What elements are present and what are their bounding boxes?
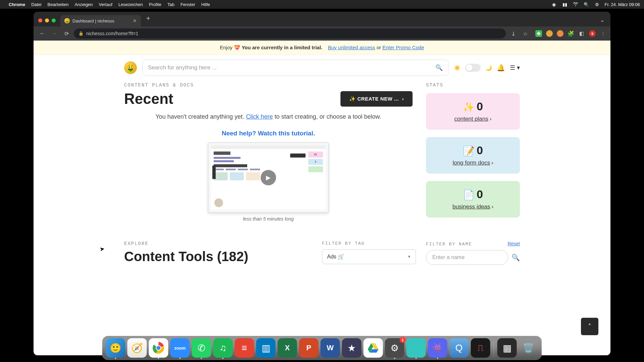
notifications-icon[interactable]: 🔔 [497,64,505,72]
url-bar: ← → ⟳ 🔒 nichesss.com/home?ft=1 ⤓ ☆ 🧩 ◧ s… [34,26,610,41]
explore-section: EXPLORE Content Tools (182) FILTER BY TA… [124,241,520,265]
extension-3-icon[interactable] [557,30,564,37]
recent-header: Recent ✨ CREATE NEW ... › [124,90,413,107]
site-logo[interactable]: 🤑 [124,61,137,74]
wifi-icon[interactable] [573,1,579,7]
menu-bearbeiten[interactable]: Bearbeiten [47,2,68,7]
play-icon: ▶ [261,170,276,185]
tag-value: Ads 🛒 [327,253,344,260]
tab-strip: 🤑 Dashboard | nichesss ✕ + ⌄ [34,12,610,26]
dock-word[interactable]: W [321,338,340,358]
back-button[interactable]: ← [38,29,47,38]
stat-value: 0 [477,144,483,157]
banner-bold: You are currently in a limited trial. [241,45,322,50]
banner-mid: or [377,45,383,50]
macos-dock: 🙂 🧭 zoom ✆ ♫ ≡ ▥ X P W ★ ⚙1 👾 Q ⎍ ▦ 🗑️ [102,336,542,360]
dock-whatsapp[interactable]: ✆ [192,338,211,358]
reset-link[interactable]: Reset [507,241,520,246]
tag-filter-select[interactable]: Ads 🛒 ▼ [322,249,416,264]
dock-recent-app[interactable]: ▦ [497,338,517,358]
extension-icons: 🧩 ◧ s ⋮ [535,30,606,37]
reload-button[interactable]: ⟳ [62,29,71,38]
tutorial-link[interactable]: Need help? Watch this tutorial. [124,130,413,137]
dock-discord[interactable]: 👾 [428,338,447,358]
side-panel-icon[interactable]: ◧ [578,30,585,37]
extensions-menu-icon[interactable]: 🧩 [568,30,574,37]
stat-card-long-form-docs[interactable]: 📝0 long form docs › [426,137,520,174]
browser-tab[interactable]: 🤑 Dashboard | nichesss ✕ [60,15,141,26]
tabs-dropdown-icon[interactable]: ⌄ [600,17,604,23]
control-center-icon[interactable]: ⚙ [594,1,600,7]
menu-anzeigen[interactable]: Anzeigen [74,2,93,7]
minimize-window-button[interactable] [45,18,49,22]
install-app-icon[interactable]: ⤓ [508,29,518,38]
scroll-to-top-button[interactable]: ˄ [581,318,598,335]
search-input[interactable]: Search for anything here ... 🔍 [142,60,448,76]
stat-value: 0 [477,100,483,113]
theme-toggle[interactable] [465,64,481,72]
profile-avatar[interactable]: s [589,30,596,37]
new-tab-button[interactable]: + [144,13,153,24]
chevron-right-icon: › [491,160,493,166]
menu-lesezeichen[interactable]: Lesezeichen [118,2,143,7]
main-grid: CONTENT PLANS & DOCS Recent ✨ CREATE NEW… [124,80,520,235]
maximize-window-button[interactable] [52,18,56,22]
search-icon[interactable]: 🔍 [435,64,443,71]
stat-card-content-plans[interactable]: ✨0 content plans › [426,93,520,130]
dock-spotify[interactable]: ♫ [213,338,233,358]
battery-icon[interactable]: ▮▮ [562,1,568,7]
create-new-button[interactable]: ✨ CREATE NEW ... › [340,91,413,107]
extension-2-icon[interactable] [546,30,553,37]
close-window-button[interactable] [38,18,42,22]
moon-icon: 🌙 [485,65,492,71]
dock-trello[interactable]: ▥ [256,338,276,358]
click-here-link[interactable]: Click here [246,113,273,120]
dock-excel[interactable]: X [278,338,297,358]
dock-imovie[interactable]: ★ [342,338,362,358]
menubar-datetime[interactable]: Fr. 24. März 09:06 [605,2,640,7]
dock-chrome[interactable] [149,338,168,358]
name-filter-input[interactable]: Enter a name [426,250,508,265]
dock-powerpoint[interactable]: P [299,338,319,358]
spotlight-icon[interactable]: 🔍 [583,1,589,7]
sparkles-icon: ✨ [463,102,475,112]
address-bar[interactable]: 🔒 nichesss.com/home?ft=1 [74,28,506,39]
caret-down-icon: ▼ [408,255,411,258]
explore-label: EXPLORE [124,241,312,246]
extension-1-icon[interactable] [535,30,542,37]
dock-settings[interactable]: ⚙1 [385,338,405,358]
dock-safari[interactable]: 🧭 [127,338,147,358]
dock-voice-memos[interactable]: ⎍ [471,338,490,358]
chrome-window: 🤑 Dashboard | nichesss ✕ + ⌄ ← → ⟳ 🔒 nic… [34,12,610,355]
dock-gdrive[interactable] [364,338,383,358]
dock-todoist[interactable]: ≡ [235,338,254,358]
menu-verlauf[interactable]: Verlauf [99,2,112,7]
filter-tag-label: FILTER BY TAG [322,241,416,246]
dock-trash[interactable]: 🗑️ [519,338,538,358]
menu-tab[interactable]: Tab [167,2,174,7]
menubar-app-name[interactable]: Chrome [9,2,25,7]
menu-icon[interactable]: ☰ ▾ [510,64,520,71]
tutorial-video-thumbnail[interactable]: 81 5 ▶ [208,142,329,213]
buy-access-link[interactable]: Buy unlimited access [328,45,375,50]
section-label: CONTENT PLANS & DOCS [124,82,413,88]
dock-zoom[interactable]: zoom [170,338,190,358]
menu-datei[interactable]: Datei [31,2,41,7]
filter-name-label: FILTER BY NAME [426,242,472,247]
chrome-menu-icon[interactable]: ⋮ [600,30,606,37]
stat-link-label: content plans [454,116,488,122]
bookmark-star-icon[interactable]: ☆ [521,29,530,38]
stat-card-business-ideas[interactable]: 📄0 business ideas › [426,181,520,218]
dock-quicktime[interactable]: Q [449,338,469,358]
menu-fenster[interactable]: Fenster [180,2,195,7]
dock-app-teal[interactable] [407,338,426,358]
promo-code-link[interactable]: Enter Promo Code [382,45,424,50]
name-search-icon[interactable]: 🔍 [512,253,520,261]
tab-close-icon[interactable]: ✕ [133,18,137,23]
dock-finder[interactable]: 🙂 [106,338,125,358]
menu-hilfe[interactable]: Hilfe [201,2,210,7]
menu-profile[interactable]: Profile [149,2,161,7]
forward-button[interactable]: → [50,29,59,38]
url-text: nichesss.com/home?ft=1 [86,31,138,36]
record-icon[interactable]: ◉ [551,1,557,7]
